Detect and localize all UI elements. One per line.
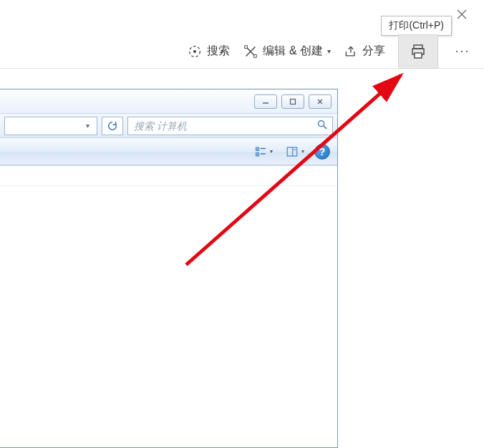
magnifier-icon <box>316 119 328 133</box>
maximize-icon <box>289 98 296 105</box>
close-icon <box>316 98 324 105</box>
tooltip-text: 打印(Ctrl+P) <box>389 19 444 31</box>
minimize-icon <box>262 98 269 105</box>
edit-label: 编辑 & 创建 <box>263 44 323 59</box>
explorer-maximize-button[interactable] <box>281 94 304 109</box>
chevron-down-icon: ▾ <box>270 148 273 155</box>
search-button[interactable]: 搜索 <box>187 44 230 59</box>
svg-rect-17 <box>256 152 259 156</box>
explorer-address-row: ▾ <box>0 114 337 138</box>
address-dropdown-icon: ▾ <box>81 122 94 130</box>
list-item[interactable] <box>0 166 337 186</box>
app-toolbar: 搜索 编辑 & 创建 ▾ 分享 ··· <box>0 34 484 69</box>
print-button[interactable] <box>398 34 438 69</box>
target-search-icon <box>187 44 203 59</box>
close-icon <box>457 9 467 19</box>
explorer-search-input[interactable] <box>128 117 332 135</box>
preview-pane-icon <box>286 145 299 158</box>
svg-rect-4 <box>245 45 248 48</box>
svg-rect-5 <box>254 54 257 57</box>
address-bar[interactable]: ▾ <box>4 117 97 135</box>
explorer-window: ▾ ▾ <box>0 89 338 448</box>
edit-create-button[interactable]: 编辑 & 创建 ▾ <box>243 44 331 59</box>
svg-rect-21 <box>294 149 296 150</box>
refresh-icon <box>107 120 118 132</box>
svg-line-14 <box>324 126 326 129</box>
explorer-search-box[interactable] <box>127 117 333 135</box>
share-button[interactable]: 分享 <box>344 44 385 59</box>
chevron-down-icon: ▾ <box>327 47 331 55</box>
refresh-button[interactable] <box>102 117 123 135</box>
explorer-minimize-button[interactable] <box>254 94 277 109</box>
edit-tools-icon <box>243 44 258 59</box>
printer-icon <box>410 43 427 60</box>
help-icon: ? <box>319 146 326 157</box>
svg-rect-8 <box>415 53 422 58</box>
svg-point-3 <box>193 49 196 52</box>
more-button[interactable]: ··· <box>451 44 474 59</box>
more-icon: ··· <box>455 44 470 58</box>
svg-rect-6 <box>414 45 422 49</box>
svg-point-13 <box>319 120 324 126</box>
print-tooltip: 打印(Ctrl+P) <box>381 16 452 36</box>
svg-rect-10 <box>291 99 296 104</box>
explorer-close-button[interactable] <box>309 94 331 109</box>
explorer-command-bar: ▾ ▾ ? <box>0 138 337 165</box>
help-button[interactable]: ? <box>314 144 330 160</box>
search-label: 搜索 <box>207 44 230 59</box>
share-icon <box>344 44 358 59</box>
explorer-content <box>0 165 337 447</box>
chevron-down-icon: ▾ <box>301 148 304 155</box>
svg-rect-15 <box>256 147 259 151</box>
explorer-caption <box>0 89 337 114</box>
svg-rect-19 <box>287 147 297 156</box>
share-label: 分享 <box>362 44 385 59</box>
preview-pane-button[interactable]: ▾ <box>283 142 307 161</box>
view-options-button[interactable]: ▾ <box>251 142 276 161</box>
view-list-icon <box>254 145 267 158</box>
